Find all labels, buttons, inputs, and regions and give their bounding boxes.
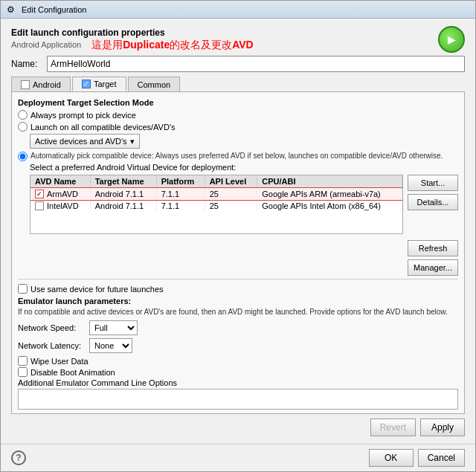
- active-devices-row: Active devices and AVD's ▾: [30, 134, 458, 149]
- same-device-label: Use same device for future launches: [30, 285, 164, 294]
- cmdline-input[interactable]: [18, 389, 458, 410]
- radio-auto-pick-input[interactable]: [18, 152, 28, 161]
- tab-common[interactable]: Common: [128, 77, 181, 91]
- avd-row-name-cell: IntelAVD: [30, 200, 90, 212]
- network-latency-label: Network Latency:: [18, 341, 85, 350]
- wipe-user-data-label: Wipe User Data: [30, 357, 89, 366]
- details-button[interactable]: Details...: [408, 194, 458, 210]
- network-speed-select[interactable]: Full GSM HSCSD: [89, 320, 138, 335]
- avd-row-name-cell: ✓ ArmAVD: [30, 188, 90, 201]
- name-row: Name:: [11, 56, 465, 72]
- avd-api-cell: 25: [205, 188, 257, 201]
- avd-select-label: Select a preferred Android Virtual Devic…: [30, 163, 458, 172]
- radio-launch-all-input[interactable]: [18, 122, 28, 132]
- cmdline-label: Additional Emulator Command Line Options: [18, 378, 458, 387]
- disable-boot-row: Disable Boot Animation: [18, 367, 458, 377]
- avd-table-container: AVD Name Target Name Platform API Level …: [30, 175, 458, 234]
- disable-boot-label: Disable Boot Animation: [30, 368, 115, 377]
- avd-platform-cell: 7.1.1: [156, 188, 205, 201]
- tab-android[interactable]: Android: [11, 77, 71, 91]
- target-tab-check: ✓: [82, 80, 91, 88]
- avd-checkbox-row: ✓ ArmAVD: [35, 190, 86, 198]
- common-tab-label: Common: [138, 80, 171, 89]
- name-input[interactable]: [47, 56, 465, 72]
- annotation-normal: 這是用: [91, 39, 123, 51]
- manager-button[interactable]: Manager...: [408, 259, 458, 276]
- android-tab-check: [21, 80, 30, 89]
- header-left: Edit launch configuration properties And…: [11, 28, 254, 52]
- name-label: Name:: [11, 59, 41, 69]
- deployment-title: Deployment Target Selection Mode: [18, 98, 458, 107]
- avd-table-wrapper: AVD Name Target Name Platform API Level …: [30, 175, 403, 234]
- active-devices-dropdown[interactable]: Active devices and AVD's ▾: [30, 134, 140, 149]
- active-devices-label: Active devices and AVD's: [35, 137, 127, 146]
- radio-always-prompt-input[interactable]: [18, 110, 28, 120]
- wipe-user-data-checkbox[interactable]: [18, 356, 28, 366]
- main-window: ⚙ Edit Configuration Edit launch configu…: [0, 0, 476, 472]
- annotation-avd: AVD: [232, 39, 254, 51]
- emulator-params-title: Emulator launch parameters:: [18, 297, 458, 305]
- help-icon[interactable]: ?: [11, 450, 26, 465]
- cancel-button[interactable]: Cancel: [418, 449, 465, 467]
- avd-target-cell: Android 7.1.1: [90, 188, 156, 201]
- header-row: Edit launch configuration properties And…: [11, 26, 465, 53]
- avd-name2-label: IntelAVD: [47, 201, 79, 210]
- tab-panel-target: Deployment Target Selection Mode Always …: [11, 92, 465, 414]
- title-bar-text: Edit Configuration: [22, 5, 86, 14]
- network-latency-select[interactable]: None GPRS EDGE: [89, 338, 132, 353]
- avd-table-row[interactable]: IntelAVD Android 7.1.1 7.1.1 25 Google A…: [30, 200, 402, 212]
- apply-button[interactable]: Apply: [420, 418, 465, 436]
- wipe-user-data-row: Wipe User Data: [18, 356, 458, 366]
- col-api-level: API Level: [205, 175, 257, 188]
- col-cpu-abi: CPU/ABI: [257, 175, 402, 188]
- avd-target2-cell: Android 7.1.1: [90, 200, 156, 212]
- network-latency-row: Network Latency: None GPRS EDGE: [18, 338, 458, 353]
- bottom-buttons: Revert Apply: [11, 414, 465, 438]
- radio-launch-all: Launch on all compatible devices/AVD's: [18, 122, 458, 132]
- radio-always-prompt: Always prompt to pick device: [18, 110, 458, 120]
- annotation-suffix: 的改名及更改: [170, 39, 232, 51]
- col-platform: Platform: [156, 175, 205, 188]
- avd-side-buttons: Start... Details...: [408, 175, 458, 234]
- radio-auto-pick-label: Automatically pick compatible device: Al…: [30, 152, 443, 160]
- tabs-row: Android ✓ Target Common: [11, 77, 465, 92]
- target-tab-label: Target: [94, 80, 117, 88]
- avd-table-row[interactable]: ✓ ArmAVD Android 7.1.1 7.1.1 25 Google A…: [30, 188, 402, 201]
- avd-table: AVD Name Target Name Platform API Level …: [30, 175, 402, 212]
- radio-always-prompt-label: Always prompt to pick device: [30, 111, 136, 120]
- avd-name-label: ArmAVD: [47, 190, 78, 198]
- ok-button[interactable]: OK: [369, 449, 414, 467]
- radio-launch-all-label: Launch on all compatible devices/AVD's: [30, 123, 176, 132]
- divider1: [18, 279, 458, 279]
- network-speed-row: Network Speed: Full GSM HSCSD: [18, 320, 458, 335]
- window-icon: ⚙: [7, 4, 17, 15]
- network-speed-label: Network Speed:: [18, 323, 85, 332]
- avd-cpu2-cell: Google APIs Intel Atom (x86_64): [257, 200, 402, 212]
- disable-boot-checkbox[interactable]: [18, 367, 28, 377]
- refresh-mgr-area: Refresh Manager...: [18, 240, 458, 276]
- annotation-text: 這是用Duplicate的改名及更改AVD: [91, 38, 254, 52]
- footer-ok-cancel: OK Cancel: [369, 449, 465, 467]
- start-button[interactable]: Start...: [408, 175, 458, 191]
- tab-target[interactable]: ✓ Target: [72, 77, 126, 91]
- content-area: Edit launch configuration properties And…: [1, 19, 475, 444]
- title-bar: ⚙ Edit Configuration: [1, 1, 475, 19]
- footer-row: ? OK Cancel: [1, 444, 475, 471]
- col-target-name: Target Name: [90, 175, 156, 188]
- avd-row-checkbox[interactable]: ✓: [35, 190, 44, 198]
- avd-row2-checkbox[interactable]: [35, 201, 44, 210]
- annotation-bold: Duplicate: [123, 39, 170, 51]
- revert-button[interactable]: Revert: [370, 418, 416, 436]
- avd-cpu-cell: Google APIs ARM (armeabi-v7a): [257, 188, 402, 201]
- avd-checkbox-row2: IntelAVD: [35, 201, 86, 210]
- android-tab-label: Android: [33, 80, 61, 89]
- same-device-checkbox[interactable]: [18, 284, 28, 294]
- col-avd-name: AVD Name: [30, 175, 90, 188]
- same-device-row: Use same device for future launches: [18, 284, 458, 294]
- avd-platform2-cell: 7.1.1: [156, 200, 205, 212]
- play-button[interactable]: ▶: [438, 26, 465, 53]
- android-app-label: Android Application: [11, 40, 81, 49]
- avd-api2-cell: 25: [205, 200, 257, 212]
- dropdown-arrow-icon: ▾: [130, 137, 135, 146]
- refresh-button[interactable]: Refresh: [408, 240, 458, 256]
